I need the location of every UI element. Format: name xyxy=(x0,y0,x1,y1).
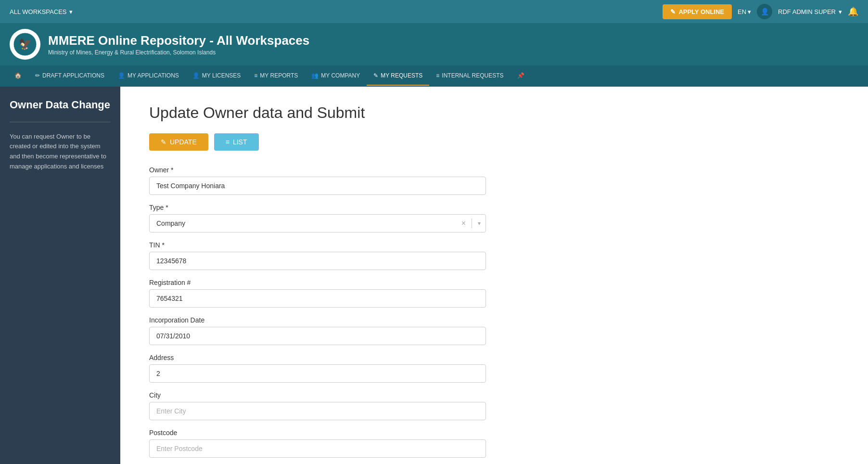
list-button[interactable]: ≡ LIST xyxy=(214,133,259,151)
address-field-group: Address xyxy=(149,354,486,383)
nav-internal-requests[interactable]: ≡ INTERNAL REQUESTS xyxy=(429,66,510,86)
type-label: Type * xyxy=(149,204,486,211)
city-field-group: City xyxy=(149,391,486,420)
sidebar-divider xyxy=(10,122,111,122)
registration-label: Registration # xyxy=(149,279,486,286)
incorporation-date-field-group: Incorporation Date xyxy=(149,316,486,345)
home-icon: 🏠 xyxy=(14,72,22,79)
page-title: Update Owner data and Submit xyxy=(149,104,839,122)
lang-chevron-icon: ▾ xyxy=(748,8,751,15)
address-label: Address xyxy=(149,354,486,361)
notification-bell-icon[interactable]: 🔔 xyxy=(848,6,858,17)
nav-my-licenses[interactable]: 👤 MY LICENSES xyxy=(186,66,247,86)
tin-field-group: TIN * xyxy=(149,241,486,270)
nav-pin-icon[interactable]: 📌 xyxy=(511,66,531,86)
nav-my-company[interactable]: 👥 MY COMPANY xyxy=(305,66,367,86)
user-menu[interactable]: RDF ADMIN SUPER ▾ xyxy=(778,8,842,15)
site-header: 🦅 MMERE Online Repository - All Workspac… xyxy=(0,23,868,65)
language-selector[interactable]: EN ▾ xyxy=(738,8,751,15)
type-select-value: Company xyxy=(154,218,461,229)
apply-icon: ✎ xyxy=(670,8,676,15)
licenses-icon: 👤 xyxy=(192,72,200,79)
tin-label: TIN * xyxy=(149,241,486,249)
nav-bar: 🏠 ✏ DRAFT APPLICATIONS 👤 MY APPLICATIONS… xyxy=(0,65,868,87)
owner-field-group: Owner * xyxy=(149,166,486,195)
select-actions: × ▾ xyxy=(461,219,481,228)
city-label: City xyxy=(149,391,486,399)
main-layout: Owner Data Change You can request Owner … xyxy=(0,87,868,464)
action-toolbar: ✎ UPDATE ≡ LIST xyxy=(149,133,839,151)
sidebar-description: You can request Owner to be created or e… xyxy=(10,132,111,172)
form-container: Owner * Type * Company × ▾ TIN * xyxy=(149,166,486,464)
tin-input[interactable] xyxy=(149,252,486,270)
incorporation-date-label: Incorporation Date xyxy=(149,316,486,324)
workspace-selector[interactable]: ALL WORKSPACES ▾ xyxy=(10,8,73,15)
nav-my-applications[interactable]: 👤 MY APPLICATIONS xyxy=(111,66,186,86)
select-divider xyxy=(472,219,472,228)
nav-home[interactable]: 🏠 xyxy=(8,66,28,86)
site-title-block: MMERE Online Repository - All Workspaces… xyxy=(48,33,309,56)
top-bar: ALL WORKSPACES ▾ ✎ APPLY ONLINE EN ▾ 👤 R… xyxy=(0,0,868,23)
nav-my-reports[interactable]: ≡ MY REPORTS xyxy=(247,66,305,86)
avatar: 👤 xyxy=(757,4,772,19)
apply-online-button[interactable]: ✎ APPLY ONLINE xyxy=(663,4,732,19)
pin-icon: 📌 xyxy=(517,72,524,79)
chevron-down-icon: ▾ xyxy=(69,8,73,15)
nav-draft-applications[interactable]: ✏ DRAFT APPLICATIONS xyxy=(28,66,111,86)
company-icon: 👥 xyxy=(311,72,319,79)
top-bar-right: ✎ APPLY ONLINE EN ▾ 👤 RDF ADMIN SUPER ▾ … xyxy=(663,4,858,19)
type-select[interactable]: Company × ▾ xyxy=(149,214,486,232)
select-clear-icon[interactable]: × xyxy=(461,219,466,228)
chevron-down-icon[interactable]: ▾ xyxy=(478,220,481,227)
logo: 🦅 xyxy=(10,29,40,60)
postcode-label: Postcode xyxy=(149,429,486,437)
content-area: Update Owner data and Submit ✎ UPDATE ≡ … xyxy=(120,87,868,464)
registration-input[interactable] xyxy=(149,289,486,308)
requests-icon: ✎ xyxy=(373,72,378,79)
applications-icon: 👤 xyxy=(118,72,125,79)
address-input[interactable] xyxy=(149,364,486,383)
site-title: MMERE Online Repository - All Workspaces xyxy=(48,33,309,48)
list-icon: ≡ xyxy=(226,138,230,146)
owner-label: Owner * xyxy=(149,166,486,174)
user-chevron-icon: ▾ xyxy=(839,8,842,15)
nav-my-requests[interactable]: ✎ MY REQUESTS xyxy=(367,66,429,86)
workspace-label: ALL WORKSPACES xyxy=(10,8,66,15)
draft-icon: ✏ xyxy=(35,72,40,79)
postcode-input[interactable] xyxy=(149,439,486,458)
postcode-field-group: Postcode xyxy=(149,429,486,458)
incorporation-date-input[interactable] xyxy=(149,327,486,345)
update-button[interactable]: ✎ UPDATE xyxy=(149,133,208,151)
owner-input[interactable] xyxy=(149,177,486,195)
city-input[interactable] xyxy=(149,402,486,420)
update-icon: ✎ xyxy=(161,138,166,146)
type-field-group: Type * Company × ▾ xyxy=(149,204,486,232)
sidebar-title: Owner Data Change xyxy=(10,98,111,112)
registration-field-group: Registration # xyxy=(149,279,486,308)
reports-icon: ≡ xyxy=(254,72,257,79)
site-subtitle: Ministry of Mines, Energy & Rural Electr… xyxy=(48,49,309,56)
internal-icon: ≡ xyxy=(436,72,439,79)
sidebar: Owner Data Change You can request Owner … xyxy=(0,87,120,464)
svg-text:🦅: 🦅 xyxy=(19,38,32,51)
